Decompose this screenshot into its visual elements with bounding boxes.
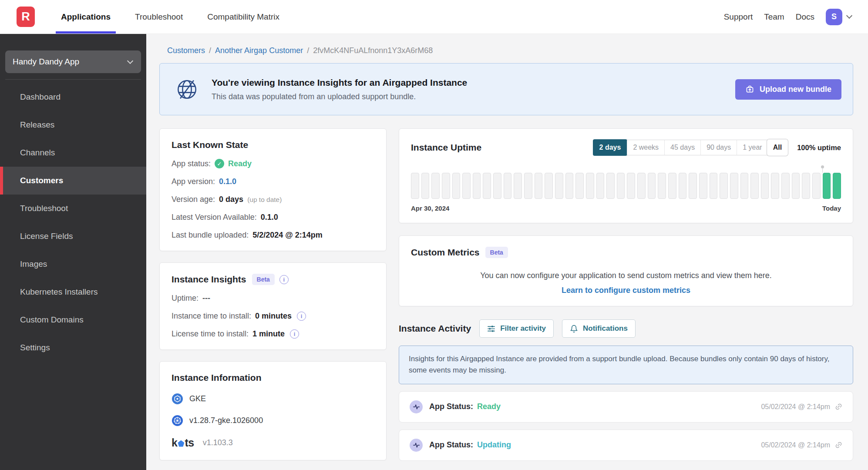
uptime-bar[interactable]: [606, 173, 615, 199]
account-menu[interactable]: S: [826, 9, 851, 25]
uptime-range-selector: 2 days2 weeks45 days90 days1 yearAll: [593, 140, 788, 155]
uptime-bar[interactable]: [761, 173, 769, 199]
main-content: Customers/Another Airgap Customer/2fvMcK…: [146, 34, 868, 470]
uptime-bar[interactable]: [452, 173, 461, 199]
card-title: Custom Metrics: [411, 247, 480, 258]
uptime-bar[interactable]: [658, 173, 666, 199]
uptime-bar[interactable]: [823, 173, 831, 199]
info-row: Version age: 0 days (up to date): [172, 195, 374, 204]
uptime-bar[interactable]: [750, 173, 759, 199]
sidebar-item[interactable]: Images: [0, 250, 146, 278]
uptime-range-button[interactable]: All: [767, 139, 788, 156]
nav-item[interactable]: Compatibility Matrix: [202, 0, 285, 34]
upload-new-bundle-button[interactable]: Upload new bundle: [735, 79, 841, 100]
uptime-bar[interactable]: [617, 173, 625, 199]
sidebar-item[interactable]: Releases: [0, 111, 146, 139]
sidebar-item[interactable]: Settings: [0, 334, 146, 362]
configure-custom-metrics-link[interactable]: Learn to configure custom metrics: [411, 286, 841, 295]
uptime-bar[interactable]: [545, 173, 553, 199]
filter-activity-button[interactable]: Filter activity: [479, 319, 554, 338]
uptime-bar[interactable]: [421, 173, 430, 199]
nav-item[interactable]: Applications: [56, 0, 116, 34]
bell-icon: [570, 325, 578, 333]
uptime-bar[interactable]: [720, 173, 728, 199]
uptime-bar[interactable]: [802, 173, 810, 199]
uptime-bar[interactable]: [730, 173, 738, 199]
uptime-bar[interactable]: [637, 173, 646, 199]
uptime-bar[interactable]: [462, 173, 471, 199]
banner-text: You're viewing Instance Insights for an …: [212, 77, 467, 101]
row-label: Latest Version Available:: [172, 213, 257, 222]
uptime-bar[interactable]: [771, 173, 779, 199]
uptime-bar[interactable]: [431, 173, 440, 199]
sidebar-item[interactable]: License Fields: [0, 222, 146, 250]
info-icon[interactable]: [279, 275, 289, 284]
uptime-bar[interactable]: [442, 173, 450, 199]
avatar[interactable]: S: [826, 9, 842, 25]
uptime-bar[interactable]: [781, 173, 790, 199]
sidebar-item[interactable]: Customers: [0, 167, 146, 195]
banner-title: You're viewing Instance Insights for an …: [212, 77, 467, 88]
uptime-bar[interactable]: [648, 173, 656, 199]
uptime-bar[interactable]: [792, 173, 800, 199]
uptime-bar[interactable]: [535, 173, 543, 199]
uptime-bar[interactable]: [586, 173, 594, 199]
sidebar-item[interactable]: Kubernetes Installers: [0, 278, 146, 306]
row-value: ---: [202, 294, 210, 303]
uptime-bar[interactable]: [555, 173, 563, 199]
breadcrumb-link[interactable]: Another Airgap Customer: [215, 46, 303, 55]
breadcrumb-link[interactable]: Customers: [167, 46, 205, 55]
uptime-bar[interactable]: [411, 173, 419, 199]
nav-item[interactable]: Docs: [796, 12, 814, 22]
nav-item[interactable]: Support: [724, 12, 753, 22]
uptime-bar[interactable]: [679, 173, 687, 199]
last-known-state-rows: App status: Ready App version: 0.1.0: [172, 159, 374, 240]
top-nav: R ApplicationsTroubleshootCompatibility …: [0, 0, 868, 34]
uptime-bar[interactable]: [473, 173, 481, 199]
uptime-bar[interactable]: [668, 173, 676, 199]
uptime-range-button[interactable]: 90 days: [700, 140, 737, 155]
info-icon[interactable]: [297, 312, 306, 321]
nav-item[interactable]: Troubleshoot: [130, 0, 188, 34]
activity-row: App Status: Ready 05/02/2024 @ 2:14pm: [399, 391, 853, 423]
activity-label: App Status:: [429, 402, 473, 411]
beta-badge: Beta: [485, 247, 508, 258]
check-circle-icon: [215, 159, 224, 168]
link-icon[interactable]: [833, 440, 844, 450]
nav-item[interactable]: Team: [764, 12, 784, 22]
uptime-range-button[interactable]: 2 days: [593, 139, 628, 156]
sidebar-item[interactable]: Dashboard: [0, 83, 146, 111]
uptime-bar[interactable]: [514, 173, 522, 199]
sidebar-item[interactable]: Channels: [0, 139, 146, 167]
notifications-button[interactable]: Notifications: [562, 319, 636, 338]
uptime-bar[interactable]: [710, 173, 718, 199]
uptime-bar[interactable]: [833, 173, 841, 199]
row-label: Version age:: [172, 195, 215, 204]
link-icon[interactable]: [833, 402, 844, 412]
uptime-bar[interactable]: [699, 173, 707, 199]
uptime-bar[interactable]: [493, 173, 501, 199]
sidebar-item[interactable]: Custom Domains: [0, 306, 146, 334]
uptime-range-button[interactable]: 1 year: [737, 140, 767, 155]
uptime-bar[interactable]: [627, 173, 635, 199]
info-icon[interactable]: [290, 329, 299, 339]
airgap-banner: You're viewing Instance Insights for an …: [159, 63, 853, 115]
uptime-range-button[interactable]: 2 weeks: [627, 140, 664, 155]
uptime-bar[interactable]: [740, 173, 749, 199]
uptime-bar[interactable]: [812, 173, 821, 199]
breadcrumb-link[interactable]: 2fvMcK4NFuALfnonn1Y3xA6rM68: [313, 46, 433, 55]
uptime-bar[interactable]: [689, 173, 697, 199]
uptime-bar[interactable]: [524, 173, 532, 199]
uptime-bar[interactable]: [596, 173, 605, 199]
uptime-end-label: Today: [822, 205, 841, 212]
uptime-range-button[interactable]: 45 days: [664, 140, 700, 155]
app-selector-dropdown[interactable]: Handy Dandy App: [5, 50, 141, 73]
card-title: Instance Information: [172, 373, 374, 383]
sidebar-item[interactable]: Troubleshoot: [0, 195, 146, 222]
uptime-bar[interactable]: [565, 173, 574, 199]
uptime-bar[interactable]: [504, 173, 512, 199]
uptime-bar[interactable]: [575, 173, 584, 199]
app-logo[interactable]: R: [17, 7, 35, 27]
row-value: 0 days: [219, 195, 243, 204]
uptime-bar[interactable]: [483, 173, 491, 199]
